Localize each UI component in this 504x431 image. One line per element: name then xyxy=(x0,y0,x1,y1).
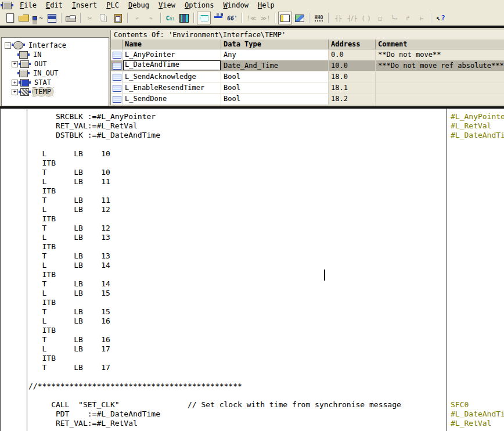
contact-nc-button[interactable]: ┤/├ xyxy=(345,12,358,24)
empty-box-icon: □ xyxy=(378,15,381,21)
prev-error-button[interactable]: !≪ xyxy=(245,12,258,24)
cell-comment[interactable] xyxy=(376,71,504,82)
block-stat-icon xyxy=(20,79,29,87)
undo-button[interactable]: ↶ xyxy=(131,12,143,24)
declaration-section: −InterfaceIN+OUTIN_OUT+STAT+TEMP Content… xyxy=(0,28,504,106)
variable-icon xyxy=(113,85,121,92)
cell-comment[interactable] xyxy=(376,105,504,105)
cut-button[interactable]: ✂ xyxy=(84,12,96,24)
cell-data-type[interactable]: Bool xyxy=(221,71,329,82)
tree-item-temp[interactable]: +TEMP xyxy=(2,87,109,96)
next-error-icon: ≫! xyxy=(261,15,271,21)
cell-name[interactable]: L_DateAndTime xyxy=(123,60,221,71)
cell-data-type[interactable]: Bool xyxy=(221,82,329,93)
stl-code-text[interactable]: SRCBLK :=#L_AnyPointer RET_VAL:=#L_RetVa… xyxy=(28,112,401,428)
stl-code-editor[interactable]: SRCBLK :=#L_AnyPointer RET_VAL:=#L_RetVa… xyxy=(0,109,504,431)
download-chart-icon xyxy=(179,14,189,23)
new-network-button[interactable]: HHO xyxy=(312,12,325,24)
tree-item-out[interactable]: +OUT xyxy=(2,59,109,69)
name-edit-box[interactable]: L_DateAndTime xyxy=(123,60,221,70)
tree-item-in_out[interactable]: IN_OUT xyxy=(2,69,109,78)
paste-button[interactable] xyxy=(111,12,124,24)
table-row[interactable]: L_AnyPointerAny0.0**Do not move** xyxy=(111,49,504,60)
table-row[interactable]: L_EnableResendTimerBool18.1 xyxy=(111,82,504,94)
absolute-address-icon xyxy=(165,15,174,22)
menu-options[interactable]: Options xyxy=(180,1,219,10)
cell-data-type[interactable]: Bool xyxy=(221,105,329,105)
cell-data-type[interactable]: Date_And_Time xyxy=(221,60,329,71)
tree-item-in[interactable]: IN xyxy=(2,50,109,59)
cell-name[interactable]: L_SendError xyxy=(123,105,221,105)
table-row[interactable]: L_SendErrorBool18.3 xyxy=(111,105,504,105)
cell-data-type[interactable]: Any xyxy=(221,49,329,60)
variable-table-header: NameData TypeAddressComment xyxy=(111,39,504,49)
help-button[interactable] xyxy=(434,12,447,24)
toolbar-separator xyxy=(242,13,242,23)
overview-button[interactable] xyxy=(293,12,306,24)
open-branch-icon: └→ xyxy=(391,15,397,21)
menu-insert[interactable]: Insert xyxy=(67,1,102,10)
help-arrow-icon xyxy=(436,14,445,22)
open-button[interactable] xyxy=(17,12,30,24)
view-split-button[interactable] xyxy=(278,12,292,24)
menu-file[interactable]: File xyxy=(15,1,41,10)
column-header-name[interactable]: Name xyxy=(123,39,221,49)
addressing-button[interactable] xyxy=(164,12,177,24)
menu-plc[interactable]: PLC xyxy=(102,1,124,10)
expand-icon[interactable]: + xyxy=(12,61,18,67)
tree-item-label: IN_OUT xyxy=(31,69,60,77)
variable-table: NameData TypeAddressComment L_AnyPointer… xyxy=(110,39,504,105)
new-button[interactable] xyxy=(3,12,16,24)
cell-name[interactable]: L_AnyPointer xyxy=(123,49,221,60)
window-block-icon[interactable] xyxy=(2,2,12,9)
table-row[interactable]: L_SendDoneBool18.2 xyxy=(111,94,504,105)
connector-icon: ⊢ xyxy=(420,15,423,21)
symbol-info-button[interactable] xyxy=(212,12,225,24)
expand-icon[interactable]: + xyxy=(12,89,18,95)
menu-view[interactable]: View xyxy=(154,1,180,10)
redo-button[interactable]: ↷ xyxy=(145,12,157,24)
menu-debug[interactable]: Debug xyxy=(124,1,154,10)
tree-item-stat[interactable]: +STAT xyxy=(2,78,109,87)
table-row[interactable]: L_DateAndTimeDate_And_Time10.0***Do not … xyxy=(111,60,504,71)
column-header-data-type[interactable]: Data Type xyxy=(221,39,329,49)
close-branch-button[interactable]: ↱ xyxy=(401,12,414,24)
cell-comment[interactable]: **Do not move** xyxy=(376,49,504,60)
expand-icon[interactable]: + xyxy=(12,80,18,86)
symbol-annotation: SFC0 xyxy=(451,400,469,410)
tree-item-label: OUT xyxy=(33,60,49,68)
column-header-address[interactable]: Address xyxy=(329,39,376,49)
cell-comment[interactable] xyxy=(376,94,504,104)
cell-name[interactable]: L_EnableResendTimer xyxy=(123,82,221,93)
cell-comment[interactable]: ***Do not move ref absolute*** xyxy=(376,60,504,71)
contents-of-bar: Contents Of: 'Environment\Interface\TEMP… xyxy=(110,30,504,39)
collapse-icon[interactable]: − xyxy=(5,42,11,49)
new-network-icon: HHO xyxy=(315,15,323,21)
tree-item-interface[interactable]: −Interface xyxy=(2,41,109,50)
toolbar-separator xyxy=(127,13,128,23)
menu-help[interactable]: Help xyxy=(253,1,279,10)
connector-button[interactable]: ⊢ xyxy=(415,12,428,24)
save-as-button[interactable] xyxy=(31,12,44,24)
menu-window[interactable]: Window xyxy=(219,1,253,10)
table-row[interactable]: L_SendAcknowledgeBool18.0 xyxy=(111,71,504,82)
monitor-button[interactable]: 66' xyxy=(226,12,239,24)
save-button[interactable] xyxy=(45,12,58,24)
empty-box-button[interactable]: □ xyxy=(373,12,386,24)
open-branch-button[interactable]: └→ xyxy=(387,12,400,24)
print-button[interactable] xyxy=(64,12,77,24)
menu-edit[interactable]: Edit xyxy=(41,1,67,10)
contact-no-button[interactable]: ┤├ xyxy=(332,12,344,24)
cell-comment[interactable] xyxy=(376,82,504,93)
download-button[interactable] xyxy=(178,12,190,24)
cell-name[interactable]: L_SendDone xyxy=(123,94,221,104)
block-in-icon xyxy=(19,51,28,59)
cell-name[interactable]: L_SendAcknowledge xyxy=(123,71,221,82)
coil-button[interactable]: ( ) xyxy=(359,12,372,24)
cell-data-type[interactable]: Bool xyxy=(221,94,329,104)
copy-button[interactable] xyxy=(98,12,110,24)
comment-toggle-button[interactable] xyxy=(197,12,211,24)
next-error-button[interactable]: ≫! xyxy=(259,12,272,24)
toolbar-separator xyxy=(275,13,275,23)
column-header-comment[interactable]: Comment xyxy=(376,39,504,49)
